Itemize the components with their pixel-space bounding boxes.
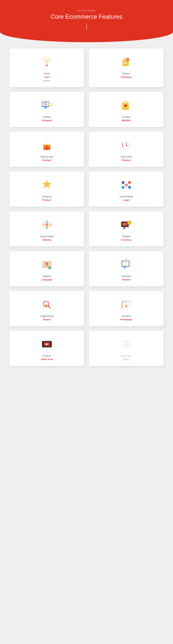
svg-point-103: [128, 342, 129, 342]
featured-bold: Product: [42, 198, 52, 202]
wishlist-icon: [119, 98, 133, 112]
svg-point-106: [126, 346, 127, 348]
svg-point-108: [122, 344, 123, 345]
svg-text:🐦: 🐦: [122, 186, 124, 188]
search-label: Suggestional Search: [40, 314, 54, 321]
svg-text:★★: ★★: [126, 264, 128, 265]
svg-text:⚡: ⚡: [49, 143, 52, 145]
svg-line-3: [44, 58, 45, 58]
svg-point-86: [124, 302, 124, 302]
svg-point-33: [126, 184, 127, 185]
svg-point-49: [42, 224, 44, 225]
svg-line-44: [124, 186, 125, 186]
feature-smart-cart: BUY Smart Cart system: [10, 48, 84, 87]
compare-label: Product Compare: [42, 115, 52, 122]
review-icon: ★★★★★ ★★★ ★★ ★ ★ ★: [119, 258, 133, 272]
feature-review: ★★★★★ ★★★ ★★ ★ ★ ★ Customer Review: [89, 251, 164, 286]
svg-text:★: ★: [125, 258, 127, 260]
language-label: Multiple Language: [41, 274, 52, 282]
feature-currency: GO!!! $ Multiple Currency: [89, 211, 164, 246]
svg-rect-58: [123, 228, 126, 229]
feature-flash-deal: Flash Deal Product: [89, 132, 164, 167]
svg-rect-80: [47, 304, 47, 306]
svg-text:★★★★★: ★★★★★: [122, 262, 128, 264]
currency-bold: Currency: [121, 238, 132, 242]
svg-rect-78: [45, 305, 45, 306]
title-normal: Core Ecommerce: [51, 14, 99, 20]
feature-language: Multiple Language: [10, 251, 84, 286]
svg-line-81: [48, 306, 50, 308]
currency-icon: GO!!! $: [119, 218, 133, 232]
svg-point-62: [46, 263, 47, 264]
compare-icon: [40, 98, 54, 112]
currency-label: Multiple Currency: [121, 235, 132, 242]
cart-icon: BUY: [40, 55, 54, 69]
checkout-label: Easiest Checkout: [121, 72, 132, 79]
svg-point-50: [50, 224, 51, 225]
svg-point-105: [128, 346, 129, 347]
svg-text:GO!!!: GO!!!: [123, 223, 127, 225]
header-divider: [86, 23, 87, 30]
checkout-icon: [119, 55, 133, 69]
svg-point-30: [126, 145, 126, 146]
svg-text:⚡: ⚡: [46, 140, 48, 142]
social-login-icon: f G 🐦 in: [119, 178, 133, 192]
smart-cart-bold: Cart: [43, 76, 51, 79]
svg-point-51: [46, 221, 48, 222]
wishlist-label: Product Wishlist: [122, 115, 131, 122]
main-title: Core Ecommerce Features: [3, 14, 170, 20]
video-bold: Video Post: [41, 358, 53, 361]
features-grid: BUY Smart Cart system: [0, 42, 173, 372]
sharing-bold: Sharing: [40, 238, 54, 242]
title-bold: Features: [99, 14, 122, 20]
homepage-icon: [119, 297, 133, 312]
svg-point-85: [122, 302, 123, 302]
svg-rect-74: [124, 266, 125, 268]
svg-rect-15: [44, 108, 47, 108]
deal-bold: Product: [40, 158, 53, 162]
compare-bold: Compare: [42, 119, 52, 122]
svg-point-102: [126, 340, 127, 342]
svg-line-2: [50, 59, 51, 60]
review-bold: Review: [121, 278, 131, 282]
svg-point-52: [46, 227, 48, 229]
svg-marker-31: [42, 180, 51, 188]
sharing-label: Social media Sharing: [40, 235, 54, 242]
feature-upcoming: Upcoming More: [89, 331, 164, 366]
deal-label: Today's deal Product: [40, 155, 53, 162]
featured-label: Featured Product: [42, 195, 52, 202]
svg-text:★: ★: [121, 259, 123, 261]
svg-line-4: [42, 59, 44, 60]
svg-point-29: [126, 142, 126, 142]
feature-featured: Featured Product: [10, 172, 84, 207]
svg-rect-17: [48, 104, 52, 105]
feature-todays-deal: ⚡ ⚡ ⚡ Today's deal Product: [10, 132, 84, 167]
feature-search: Suggestional Search: [10, 291, 84, 326]
homepage-label: Dynamic Homepage: [120, 314, 132, 321]
svg-text:$: $: [129, 222, 130, 224]
deal-icon: ⚡ ⚡ ⚡: [40, 138, 54, 152]
flash-label: Flash Deal Product: [121, 155, 132, 162]
svg-point-48: [46, 224, 48, 225]
svg-point-109: [123, 342, 124, 342]
svg-text:BUY: BUY: [45, 61, 48, 62]
upcoming-bold: More: [121, 358, 132, 361]
svg-text:⚡: ⚡: [42, 143, 44, 146]
at-glance-text: AT A GLANCE: [3, 10, 170, 12]
feature-easiest-checkout: Easiest Checkout: [89, 48, 164, 87]
svg-text:f: f: [122, 182, 123, 184]
svg-line-42: [124, 183, 125, 184]
review-label: Customer Review: [121, 274, 131, 282]
language-bold: Language: [41, 278, 52, 282]
svg-rect-75: [123, 268, 126, 268]
svg-rect-57: [124, 227, 125, 228]
video-label: Product Video Post: [41, 354, 53, 361]
svg-rect-14: [45, 107, 46, 108]
feature-product-compare: Product Compare: [10, 92, 84, 127]
svg-rect-21: [46, 145, 47, 150]
svg-line-1: [49, 58, 49, 58]
upcoming-label: Upcoming More: [121, 354, 132, 361]
svg-text:G: G: [129, 182, 130, 184]
svg-point-107: [123, 346, 124, 347]
svg-point-82: [44, 302, 46, 303]
